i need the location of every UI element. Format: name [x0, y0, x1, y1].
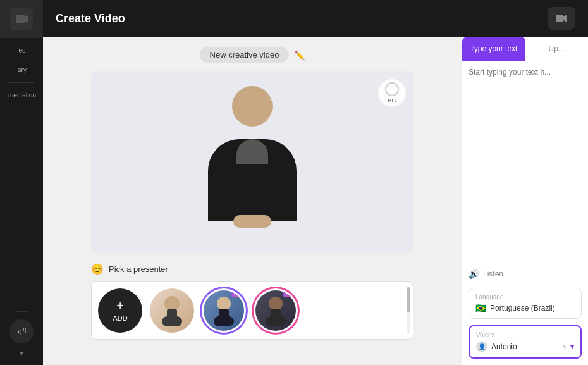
voice-dropdown-button[interactable]: ▾ [570, 342, 574, 351]
voices-section: Voices 👤 Antonio × ▾ [469, 325, 582, 359]
editor-area: New creative video ✏️ [43, 37, 462, 365]
sidebar-item-video[interactable]: eo [0, 40, 43, 60]
presenter-head [232, 86, 273, 127]
page-title: Create Video [56, 12, 537, 25]
svg-marker-1 [25, 15, 28, 23]
voices-label: Voices [476, 331, 574, 338]
language-section: Language 🇧🇷 Portuguese (Brazil) [469, 288, 582, 319]
language-name: Portuguese (Brazil) [490, 304, 555, 312]
voice-avatar: 👤 [476, 341, 487, 352]
listen-label: Listen [483, 269, 503, 278]
video-preview: BG [91, 71, 413, 253]
language-value: 🇧🇷 Portuguese (Brazil) [475, 303, 575, 313]
sidebar-item-library[interactable]: ary [0, 60, 43, 80]
tab-upload-label: Up... [549, 44, 565, 53]
bg-label: BG [388, 97, 396, 104]
presenter-body [208, 139, 297, 221]
logout-button[interactable]: ⏎ [9, 319, 34, 343]
hq-badge-2: HQ [231, 290, 244, 297]
project-title-bar: New creative video ✏️ [56, 47, 449, 63]
presenter-scrollbar[interactable] [407, 287, 410, 334]
svg-rect-0 [16, 15, 25, 23]
bg-button[interactable]: BG [378, 79, 406, 107]
right-panel: Type your text Up... 🔊 Listen Language [462, 37, 588, 365]
sidebar-expand-button[interactable]: ▾ [20, 349, 23, 357]
content-wrapper: New creative video ✏️ [43, 37, 588, 365]
listen-button[interactable]: 🔊 Listen [469, 266, 582, 281]
sidebar-item-documentation[interactable]: mentation [0, 85, 43, 105]
right-panel-tabs: Type your text Up... [462, 37, 588, 61]
sidebar-logo [0, 0, 43, 38]
voice-remove-button[interactable]: × [562, 342, 567, 351]
language-flag: 🇧🇷 [475, 303, 486, 313]
presenter-thumb-2[interactable]: HQ [202, 288, 246, 333]
presenter-list-container: + ADD [91, 281, 413, 340]
project-title-pill: New creative video [200, 47, 290, 63]
plus-icon: + [116, 299, 124, 312]
top-bar: Create Video [43, 0, 588, 37]
volume-icon: 🔊 [469, 269, 479, 279]
presenter-thumb-3[interactable]: HQ [254, 288, 298, 333]
tab-type-text[interactable]: Type your text [462, 37, 525, 61]
project-title-text: New creative video [210, 50, 279, 59]
sidebar-divider-2 [15, 311, 29, 312]
main-area: Create Video New creative video ✏️ [43, 0, 588, 365]
svg-point-7 [217, 297, 231, 311]
svg-rect-6 [167, 309, 177, 318]
add-presenter-button[interactable]: + ADD [98, 288, 142, 333]
presenter-hands [233, 215, 271, 228]
tab-type-text-label: Type your text [470, 44, 517, 53]
presenter-picker: 😊 Pick a presenter + ADD [91, 263, 413, 340]
presenter-picker-header: 😊 Pick a presenter [91, 263, 413, 275]
language-label: Language [475, 294, 575, 300]
presenter-picker-label: Pick a presenter [109, 264, 168, 274]
svg-point-10 [269, 297, 283, 311]
hq-badge-3: HQ [283, 290, 296, 297]
top-bar-actions [548, 7, 575, 30]
svg-rect-12 [271, 309, 281, 318]
sidebar-bottom: ⏎ ▾ [9, 309, 34, 365]
sidebar: eo ary mentation ⏎ ▾ [0, 0, 43, 365]
sidebar-nav: eo ary mentation [0, 40, 43, 309]
presenter-thumb-1[interactable] [150, 288, 194, 333]
svg-marker-3 [563, 15, 567, 22]
presenter-list: + ADD [98, 288, 308, 333]
edit-title-icon[interactable]: ✏️ [294, 50, 305, 60]
add-presenter-label: ADD [113, 314, 127, 322]
presenter-picker-icon: 😊 [91, 263, 104, 275]
video-settings-button[interactable] [548, 7, 575, 30]
sidebar-divider-1 [9, 82, 35, 83]
text-input[interactable] [469, 68, 582, 260]
svg-rect-2 [556, 15, 563, 22]
voices-value: 👤 Antonio × ▾ [476, 341, 574, 352]
right-panel-body: 🔊 Listen Language 🇧🇷 Portuguese (Brazil)… [462, 61, 588, 365]
presenter-avatar-1 [150, 288, 194, 333]
logo-icon [10, 8, 33, 30]
svg-rect-9 [219, 309, 229, 318]
bg-circle-icon [385, 82, 399, 96]
voice-name: Antonio [491, 342, 558, 351]
presenter-scroll-thumb [407, 287, 410, 312]
tab-upload[interactable]: Up... [525, 37, 589, 61]
presenter-preview [189, 86, 315, 238]
